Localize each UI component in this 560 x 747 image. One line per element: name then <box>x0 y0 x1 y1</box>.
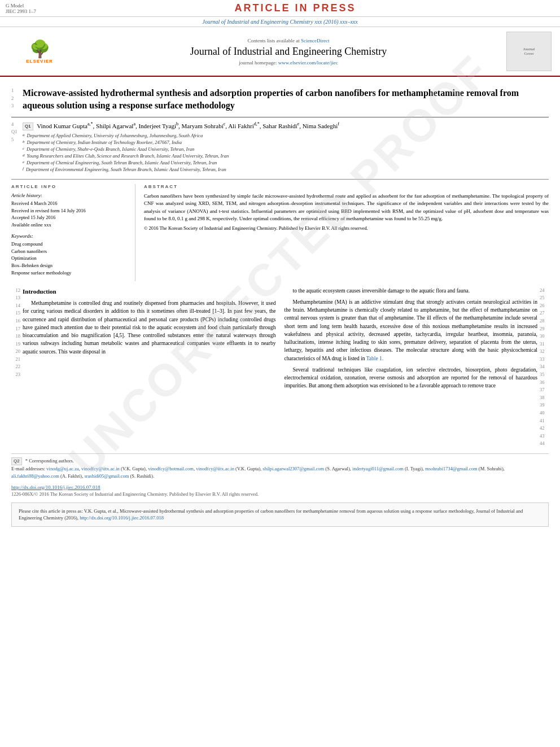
article-info-header: ARTICLE INFO <box>11 184 126 189</box>
top-bar: G Model JIEC 2993 1–7 ARTICLE IN PRESS <box>0 0 560 17</box>
keywords-section: Keywords: Drug compound Carbon nanofiber… <box>11 233 126 277</box>
journal-cover-thumbnail: JournalCover <box>506 32 552 71</box>
cite-box: Please cite this article in press as: V.… <box>11 503 549 527</box>
email-link-3[interactable]: vinodfcy@hotmail.com <box>148 466 194 471</box>
journal-info-center: Contents lists available at ScienceDirec… <box>71 38 506 65</box>
article-info-column: ARTICLE INFO Article history: Received 4… <box>11 184 135 281</box>
email-link-6[interactable]: indertyagi011@gmail.com <box>352 466 404 471</box>
body-left-column: Introduction Methamphetamine is controll… <box>23 287 276 448</box>
journal-volume-line: Journal of Industrial and Engineering Ch… <box>0 17 560 27</box>
body-section: 12 13 14 15 16 17 18 19 20 21 22 23 Intr… <box>11 287 549 448</box>
keywords-list: Drug compound Carbon nanofibers Optimiza… <box>11 241 126 277</box>
authors-list: Q1 Vinod Kumar Guptaa,*, Shilpi Agarwala… <box>23 121 549 131</box>
issn-line: 1226-086X/© 2016 The Korean Society of I… <box>11 491 549 497</box>
the-text2: the <box>455 315 462 321</box>
email-link-4[interactable]: vinodfcy@iitx.ac.in <box>196 466 234 471</box>
elsevier-label: ELSEVIER <box>26 59 53 64</box>
sciencedirect-link[interactable]: ScienceDirect <box>301 38 329 43</box>
q2-badge: Q2 <box>11 457 22 465</box>
article-title: Microwave-assisted hydrothermal synthesi… <box>23 87 549 112</box>
products-text: products <box>180 317 199 322</box>
email-links[interactable]: vinodg@uj.ac.za <box>46 466 78 471</box>
authors-section: 4 Q1 5 Q1 Vinod Kumar Guptaa,*, Shilpi A… <box>11 121 549 173</box>
table-1-ref[interactable]: Table 1. <box>366 356 383 361</box>
intro-para-right-2: Methamphetamine (MA) is an addictive sti… <box>285 298 538 362</box>
keywords-label: Keywords: <box>11 233 126 239</box>
watermark-container: UNCORRECTED PROOF 1 2 3 Microwave-assist… <box>11 82 549 448</box>
email-link-7[interactable]: msohrabi1734@gmail.com <box>425 466 478 471</box>
journal-title: Journal of Industrial and Engineering Ch… <box>76 46 501 58</box>
affiliations: a Department of Applied Chemistry, Unive… <box>23 133 549 173</box>
right-line-numbers: 24 25 26 27 28 29 30 31 32 33 34 35 36 3… <box>537 287 549 448</box>
affil-line: b Department of Chemistry, Indian Instit… <box>23 139 549 146</box>
affil-line: e Department of Chemical Engineering, So… <box>23 160 549 167</box>
doi-section: http://dx.doi.org/10.1016/j.jiec.2016.07… <box>11 483 549 497</box>
corresponding-author-section: Q2 * Corresponding authors. E-mail addre… <box>11 453 549 480</box>
email-link-8[interactable]: ali.fakhri88@yahoo.com <box>11 473 59 479</box>
body-columns: Introduction Methamphetamine is controll… <box>23 287 537 448</box>
email-link-5[interactable]: shilpi.agarwal2307@gmail.com <box>262 466 324 471</box>
the-text: the <box>411 288 418 294</box>
title-line-numbers: 1 2 3 <box>11 87 18 112</box>
article-title-section: 1 2 3 Microwave-assisted hydrothermal sy… <box>11 82 549 117</box>
model-info: G Model JIEC 2993 1–7 <box>6 3 36 14</box>
email-link-2[interactable]: vinodfcy@iitx.ac.in <box>81 466 120 471</box>
homepage-url[interactable]: www.elsevier.com/locate/jiec <box>278 60 338 65</box>
abstract-column: ABSTRACT Carbon nanofibers have been syn… <box>135 184 549 281</box>
introduction-title: Introduction <box>23 287 276 296</box>
intro-para-1: Methamphetamine is controlled drug and r… <box>23 299 276 356</box>
years-text: years <box>255 308 266 314</box>
title-with-lines: 1 2 3 Microwave-assisted hydrothermal sy… <box>11 87 549 112</box>
article-info-abstract-section: ARTICLE INFO Article history: Received 4… <box>11 179 549 281</box>
affil-line: c Department of Chemistry, Shahr-e-Qods … <box>23 146 549 153</box>
authors-content: Q1 Vinod Kumar Guptaa,*, Shilpi Agarwala… <box>23 121 549 173</box>
body-right-column: to the aquatic ecosystem causes irrevers… <box>285 287 538 448</box>
elsevier-logo-area: 🌳 ELSEVIER <box>8 39 71 64</box>
main-content: UNCORRECTED PROOF 1 2 3 Microwave-assist… <box>0 77 560 532</box>
left-line-numbers: 12 13 14 15 16 17 18 19 20 21 22 23 <box>11 287 23 448</box>
affil-line: a Department of Applied Chemistry, Unive… <box>23 133 549 139</box>
doi-link[interactable]: http://dx.doi.org/10.1016/j.jiec.2016.07… <box>11 484 100 490</box>
email-link-9[interactable]: srashidi05@gmail.com <box>84 473 129 479</box>
history-label: Article history: <box>11 193 126 198</box>
journal-banner: 🌳 ELSEVIER Contents lists available at S… <box>0 27 560 77</box>
abstract-header: ABSTRACT <box>144 184 549 189</box>
abstract-copyright: © 2016 The Korean Society of Industrial … <box>144 225 549 232</box>
affil-line: f Department of Environmental Engineerin… <box>23 167 549 173</box>
article-history: Article history: Received 4 March 2016 R… <box>11 193 126 229</box>
contents-line: Contents lists available at ScienceDirec… <box>76 38 501 43</box>
homepage-line: journal homepage: www.elsevier.com/locat… <box>76 60 501 65</box>
footnote-text: Q2 * Corresponding authors. E-mail addre… <box>11 457 549 480</box>
abstract-text: Carbon nanofibers have been synthesized … <box>144 193 549 223</box>
intro-para-right-3: Several traditional techniques like coag… <box>285 366 538 390</box>
cite-doi-link[interactable]: http://dx.doi.org/10.1016/j.jiec.2016.07… <box>80 515 164 521</box>
intro-para-right-1: to the aquatic ecosystem causes irrevers… <box>285 287 538 295</box>
elsevier-tree-icon: 🌳 <box>29 39 50 59</box>
author-line-numbers: 4 Q1 5 <box>11 121 18 173</box>
the-ill-text: The <box>417 315 425 321</box>
received-date: Received 4 March 2016 Received in revise… <box>11 200 126 229</box>
affil-line: d Young Researchers and Elites Club, Sci… <box>23 153 549 160</box>
article-in-press-banner: ARTICLE IN PRESS <box>36 2 554 14</box>
q1-badge: Q1 <box>23 123 33 130</box>
